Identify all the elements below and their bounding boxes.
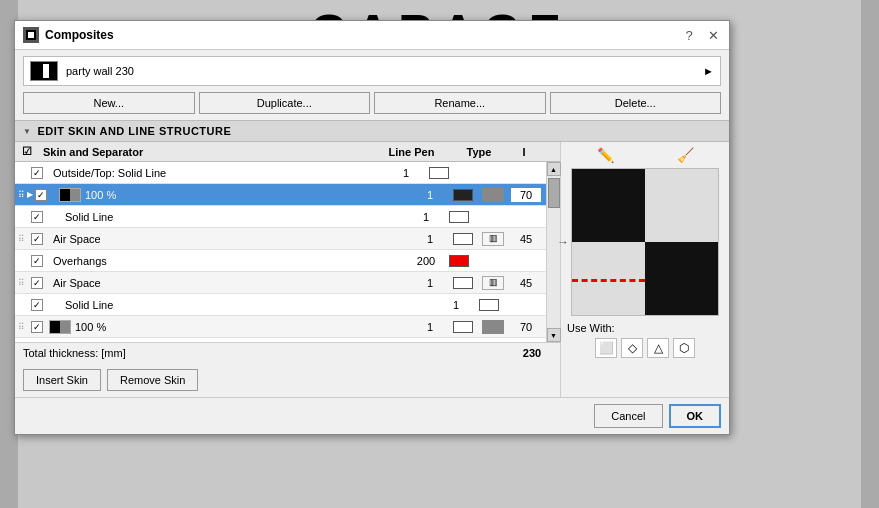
row-linepen-icon xyxy=(441,211,476,223)
thickness-input[interactable] xyxy=(510,187,542,203)
scroll-up-arrow[interactable]: ▲ xyxy=(547,162,561,176)
checkbox-icon[interactable] xyxy=(31,211,43,223)
dialog-title-group: Composites xyxy=(23,27,114,43)
row-name: Solid Line xyxy=(49,299,441,311)
row-checkbox[interactable] xyxy=(25,210,49,223)
th-name: Skin and Separator xyxy=(39,146,369,158)
swatch-dark xyxy=(60,189,70,201)
row-linepen-icon xyxy=(421,167,456,179)
delete-button[interactable]: Delete... xyxy=(550,92,722,114)
cancel-button[interactable]: Cancel xyxy=(594,404,662,428)
row-expand-arrow[interactable]: ▶ xyxy=(25,190,35,199)
row-checkbox[interactable] xyxy=(35,189,59,201)
checkbox-icon[interactable] xyxy=(31,233,43,245)
row-name: Air Space xyxy=(49,277,415,289)
composite-thumbnail xyxy=(30,61,58,81)
ok-button[interactable]: OK xyxy=(669,404,722,428)
preview-panel: ✏️ 🧹 → Use With: xyxy=(561,142,729,397)
checkbox-icon[interactable] xyxy=(31,299,43,311)
row-linepen-val: 1 xyxy=(415,277,445,289)
th-thickness: I xyxy=(504,146,544,158)
table-row[interactable]: ⠿ Air Space 1 ▥ 45 xyxy=(15,272,546,294)
table-row[interactable]: Overhangs 200 xyxy=(15,250,546,272)
help-button[interactable]: ? xyxy=(681,27,697,43)
checkbox-icon[interactable] xyxy=(31,167,43,179)
row-name: Outside/Top: Solid Line xyxy=(49,167,391,179)
row-thickness: 45 xyxy=(506,233,546,245)
pen-icon xyxy=(453,233,473,245)
pen-icon xyxy=(479,299,499,311)
action-buttons-row: New... Duplicate... Rename... Delete... xyxy=(23,92,721,114)
use-with-label: Use With: xyxy=(565,322,725,334)
row-linepen-val: 1 xyxy=(411,211,441,223)
use-slab-icon[interactable]: ◇ xyxy=(621,338,643,358)
type-hatching: ▥ xyxy=(482,232,504,246)
th-check: ☑ xyxy=(15,145,39,158)
insert-skin-button[interactable]: Insert Skin xyxy=(23,369,101,391)
table-row[interactable]: ⠿ 100 % 1 70 xyxy=(15,316,546,338)
pen-icon-red xyxy=(449,255,469,267)
rename-button[interactable]: Rename... xyxy=(374,92,546,114)
composite-name: party wall 230 xyxy=(66,65,134,77)
edit-icon[interactable]: ✏️ xyxy=(595,146,615,164)
composite-expand-icon[interactable]: ► xyxy=(703,65,714,77)
preview-arrow-icon: → xyxy=(557,235,569,249)
section-title: EDIT SKIN AND LINE STRUCTURE xyxy=(37,125,231,137)
row-linepen-icon xyxy=(445,321,480,333)
preview-canvas xyxy=(571,168,719,316)
duplicate-button[interactable]: Duplicate... xyxy=(199,92,371,114)
new-button[interactable]: New... xyxy=(23,92,195,114)
row-linepen-icon xyxy=(445,277,480,289)
th-linepen: Line Pen xyxy=(369,146,454,158)
table-header: ☑ Skin and Separator Line Pen Type I xyxy=(15,142,560,162)
preview-cell-bl xyxy=(572,242,645,315)
composite-selector[interactable]: party wall 230 ► xyxy=(23,56,721,86)
row-thickness xyxy=(506,187,546,203)
pen-icon xyxy=(453,277,473,289)
dialog-title: Composites xyxy=(45,28,114,42)
table-row[interactable]: ⠿ Air Space 1 ▥ 45 xyxy=(15,228,546,250)
checkbox-icon[interactable] xyxy=(31,255,43,267)
row-checkbox[interactable] xyxy=(25,232,49,245)
pen-icon xyxy=(429,167,449,179)
row-checkbox[interactable] xyxy=(25,320,49,333)
use-wall-icon[interactable]: ⬜ xyxy=(595,338,617,358)
row-checkbox[interactable] xyxy=(25,276,49,289)
use-roof-icon[interactable]: △ xyxy=(647,338,669,358)
row-linepen-val: 200 xyxy=(411,255,441,267)
row-linepen-val: 1 xyxy=(415,321,445,333)
use-shell-icon[interactable]: ⬡ xyxy=(673,338,695,358)
row-linepen-val: 1 xyxy=(415,189,445,201)
table-body-wrapper: Outside/Top: Solid Line 1 ⠿ ▶ xyxy=(15,162,560,342)
dialog-icon xyxy=(23,27,39,43)
section-collapse-icon[interactable]: ▼ xyxy=(23,127,31,136)
use-with-icons: ⬜ ◇ △ ⬡ xyxy=(565,338,725,358)
right-sidebar xyxy=(861,0,879,508)
main-content: ☑ Skin and Separator Line Pen Type I Out… xyxy=(15,142,729,397)
table-row[interactable]: Solid Line 1 xyxy=(15,206,546,228)
close-button[interactable]: ✕ xyxy=(705,27,721,43)
row-name: Solid Line xyxy=(49,211,411,223)
row-checkbox[interactable] xyxy=(25,166,49,179)
checkbox-icon[interactable] xyxy=(31,277,43,289)
scroll-thumb[interactable] xyxy=(548,178,560,208)
table-row[interactable]: Outside/Top: Solid Line 1 xyxy=(15,162,546,184)
dialog-controls: ? ✕ xyxy=(681,27,721,43)
checkbox-icon[interactable] xyxy=(31,321,43,333)
preview-wrapper: → xyxy=(571,168,719,316)
row-linepen-val: 1 xyxy=(441,299,471,311)
scroll-down-arrow[interactable]: ▼ xyxy=(547,328,561,342)
composites-dialog: Composites ? ✕ party wall 230 ► New... D… xyxy=(14,20,730,435)
row-name: Overhangs xyxy=(49,255,411,267)
checkbox-icon[interactable] xyxy=(35,189,47,201)
clean-icon[interactable]: 🧹 xyxy=(675,146,695,164)
remove-skin-button[interactable]: Remove Skin xyxy=(107,369,198,391)
row-checkbox[interactable] xyxy=(25,298,49,311)
table-row[interactable]: Solid Line 1 xyxy=(15,294,546,316)
table-row[interactable]: Inside/Bottom: Solid Line 1 xyxy=(15,338,546,342)
row-thickness: 70 xyxy=(506,321,546,333)
bottom-buttons: Insert Skin Remove Skin xyxy=(15,363,560,397)
table-row[interactable]: ⠿ ▶ 100 % 1 xyxy=(15,184,546,206)
row-linepen-val: 1 xyxy=(415,233,445,245)
row-checkbox[interactable] xyxy=(25,254,49,267)
